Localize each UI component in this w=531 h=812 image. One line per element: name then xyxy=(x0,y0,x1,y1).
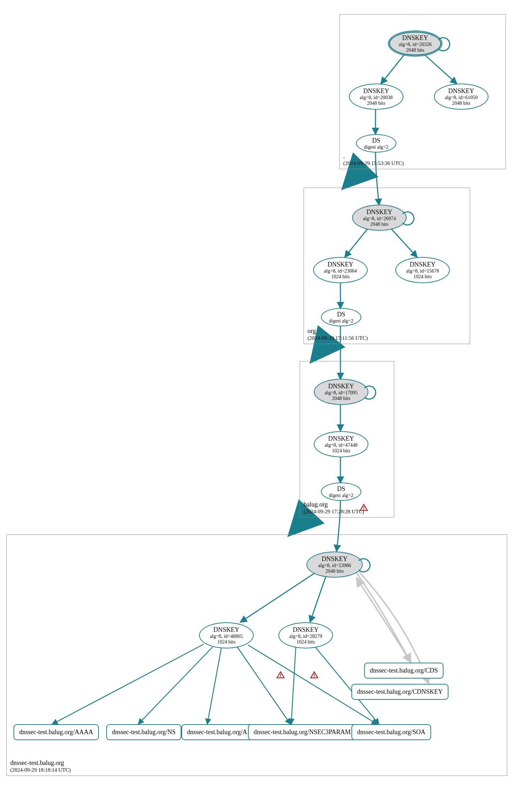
node-root-ds: DS digest alg=2 xyxy=(356,134,396,153)
node-title: DS xyxy=(337,311,345,318)
node-title: DS xyxy=(337,485,345,493)
zone-name: balug.org xyxy=(304,501,364,509)
zone-name: . xyxy=(343,152,404,160)
node-sub2: 1024 bits xyxy=(331,274,350,280)
node-test-ksk: DNSKEY alg=8, id=53986 2048 bits xyxy=(306,551,363,578)
zone-timestamp: (2024-09-29 17:11:56 UTC) xyxy=(307,335,368,342)
warning-icon xyxy=(310,671,318,681)
node-balug-ds: DS digest alg=2 xyxy=(321,482,361,501)
rr-cdnskey: dnssec-test.balug.org/CDNSKEY xyxy=(351,684,448,700)
self-sign-loop xyxy=(362,385,376,400)
warning-icon xyxy=(276,671,285,681)
svg-line-7 xyxy=(312,343,326,361)
node-title: DNSKEY xyxy=(293,626,318,634)
self-sign-loop xyxy=(356,558,371,572)
rr-soa: dnssec-test.balug.org/SOA xyxy=(351,724,431,740)
node-sub1: alg=8, id=48865 xyxy=(210,634,243,639)
warning-icon xyxy=(360,503,368,513)
self-sign-loop xyxy=(400,211,414,225)
node-title: DNSKEY xyxy=(366,208,392,216)
node-title: DNSKEY xyxy=(402,34,428,42)
node-sub1: alg=8, id=17095 xyxy=(325,390,358,396)
node-sub2: 2048 bits xyxy=(406,47,424,53)
node-title: DS xyxy=(372,137,380,144)
node-title: DNSKEY xyxy=(327,261,353,268)
rr-ns: dnssec-test.balug.org/NS xyxy=(106,724,181,740)
node-title: DNSKEY xyxy=(328,383,354,390)
node-org-zsk2: DNSKEY alg=8, id=15678 1024 bits xyxy=(395,257,450,283)
svg-rect-24 xyxy=(314,674,315,676)
node-org-zsk1: DNSKEY alg=8, id=23064 1024 bits xyxy=(313,257,368,283)
node-sub1: alg=8, id=15678 xyxy=(406,268,439,274)
svg-rect-23 xyxy=(280,676,281,677)
node-root-zsk1: DNSKEY alg=8, id=20038 2048 bits xyxy=(349,84,403,110)
zone-balug-label: balug.org (2024-09-29 17:28:28 UTC) xyxy=(304,501,364,515)
node-sub2: 2048 bits xyxy=(452,101,470,106)
node-sub1: alg=8, id=47448 xyxy=(325,442,358,448)
svg-rect-21 xyxy=(363,509,364,510)
node-sub2: 2048 bits xyxy=(326,568,344,574)
node-sub2: 2048 bits xyxy=(332,396,350,401)
self-sign-loop xyxy=(436,37,450,51)
node-title: DNSKEY xyxy=(409,261,435,268)
node-sub1: alg=8, id=26974 xyxy=(363,216,396,222)
svg-rect-22 xyxy=(280,674,281,676)
rr-aaaa: dnssec-test.balug.org/AAAA xyxy=(13,724,99,740)
node-sub1: alg=8, id=53986 xyxy=(318,563,351,568)
node-sub1: alg=8, id=20326 xyxy=(399,42,432,47)
node-root-ksk: DNSKEY alg=8, id=20326 2048 bits xyxy=(388,30,442,57)
node-title: DNSKEY xyxy=(363,87,389,95)
node-sub1: alg=8, id=28279 xyxy=(289,634,322,639)
zone-name: dnssec-test.balug.org xyxy=(10,759,71,767)
svg-rect-20 xyxy=(363,507,364,509)
node-title: DNSKEY xyxy=(322,555,348,563)
svg-rect-25 xyxy=(314,676,315,677)
node-sub2: 1024 bits xyxy=(296,639,315,645)
node-sub1: alg=8, id=61050 xyxy=(445,95,478,101)
zone-name: org xyxy=(307,327,368,335)
diagram-canvas: . (2024-09-29 15:53:36 UTC) org (2024-09… xyxy=(4,4,531,812)
zone-timestamp: (2024-09-29 15:53:36 UTC) xyxy=(343,160,404,167)
node-sub2: 1024 bits xyxy=(413,274,432,280)
node-test-zsk1: DNSKEY alg=8, id=48865 1024 bits xyxy=(199,622,254,648)
node-sub2: 2048 bits xyxy=(370,222,389,227)
zone-timestamp: (2024-09-29 17:28:28 UTC) xyxy=(304,508,364,515)
svg-line-10 xyxy=(290,517,306,534)
node-title: DNSKEY xyxy=(213,626,239,634)
node-sub2: 1024 bits xyxy=(332,448,350,454)
node-balug-zsk: DNSKEY alg=8, id=47448 1024 bits xyxy=(314,431,368,457)
node-sub1: alg=8, id=23064 xyxy=(324,268,357,274)
node-sub1: alg=8, id=20038 xyxy=(360,95,393,101)
zone-org-label: org (2024-09-29 17:11:56 UTC) xyxy=(307,327,368,342)
node-sub2: 2048 bits xyxy=(367,101,385,106)
node-balug-ksk: DNSKEY alg=8, id=17095 2048 bits xyxy=(314,379,368,405)
node-test-zsk2: DNSKEY alg=8, id=28279 1024 bits xyxy=(278,622,333,648)
svg-line-3 xyxy=(344,168,362,188)
rr-a: dnssec-test.balug.org/A xyxy=(181,724,253,740)
rr-nsec3param: dnssec-test.balug.org/NSEC3PARAM xyxy=(248,724,356,740)
node-org-ksk: DNSKEY alg=8, id=26974 2048 bits xyxy=(352,205,407,231)
node-sub1: digest alg=2 xyxy=(329,318,354,324)
node-sub1: digest alg=2 xyxy=(364,144,389,150)
zone-test-label: dnssec-test.balug.org (2024-09-29 18:18:… xyxy=(10,759,71,773)
node-org-ds: DS digest alg=2 xyxy=(321,308,361,326)
rr-cds: dnssec-test.balug.org/CDS xyxy=(364,663,444,679)
node-sub2: 1024 bits xyxy=(217,639,236,645)
node-title: DNSKEY xyxy=(448,87,474,95)
node-title: DNSKEY xyxy=(328,435,354,442)
zone-timestamp: (2024-09-29 18:18:14 UTC) xyxy=(10,767,71,773)
node-sub1: digest alg=2 xyxy=(329,493,354,498)
zone-root-label: . (2024-09-29 15:53:36 UTC) xyxy=(343,152,404,167)
node-root-zsk2: DNSKEY alg=8, id=61050 2048 bits xyxy=(434,84,488,110)
